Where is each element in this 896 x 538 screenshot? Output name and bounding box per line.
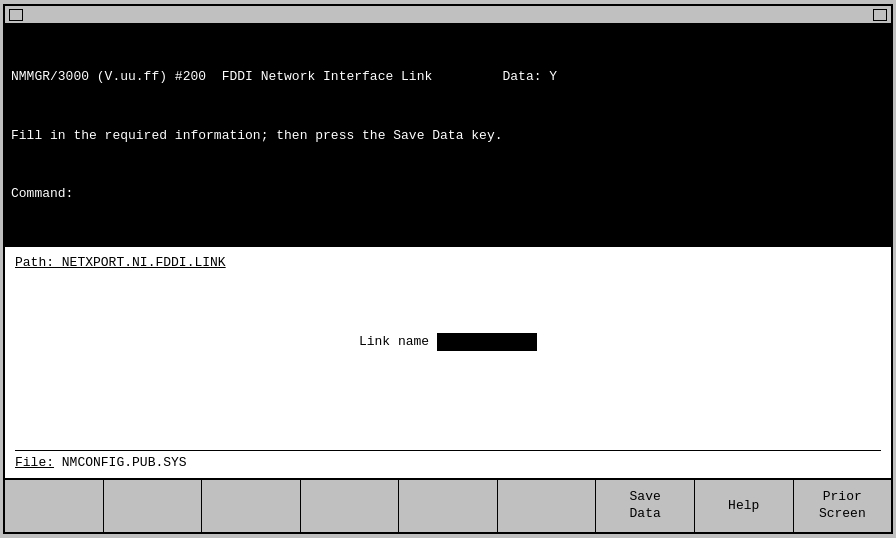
link-name-input[interactable] <box>437 333 537 351</box>
f5-button[interactable] <box>399 480 498 532</box>
header-line3: Command: <box>11 184 885 204</box>
prior-screen-button[interactable]: PriorScreen <box>794 480 892 532</box>
save-data-button[interactable]: SaveData <box>596 480 695 532</box>
header-bar: NMMGR/3000 (V.uu.ff) #200 FDDI Network I… <box>5 24 891 247</box>
link-name-label: Link name <box>359 334 429 349</box>
system-menu-button[interactable] <box>9 9 23 21</box>
file-line: File: NMCONFIG.PUB.SYS <box>15 450 881 470</box>
maximize-button[interactable] <box>873 9 887 21</box>
help-button[interactable]: Help <box>695 480 794 532</box>
f6-button[interactable] <box>498 480 597 532</box>
f3-button[interactable] <box>202 480 301 532</box>
file-value: NMCONFIG.PUB.SYS <box>54 455 187 470</box>
link-name-row: Link name <box>359 333 537 351</box>
header-line1: NMMGR/3000 (V.uu.ff) #200 FDDI Network I… <box>11 67 885 87</box>
bottom-bar: SaveData Help PriorScreen <box>5 478 891 532</box>
main-window: NMMGR/3000 (V.uu.ff) #200 FDDI Network I… <box>3 4 893 534</box>
form-area: Link name <box>15 234 881 451</box>
f2-button[interactable] <box>104 480 203 532</box>
file-label: File: <box>15 455 54 470</box>
header-line2: Fill in the required information; then p… <box>11 126 885 146</box>
title-bar <box>5 6 891 24</box>
title-bar-left <box>9 9 23 21</box>
content-area: Path: NETXPORT.NI.FDDI.LINK Link name Fi… <box>5 247 891 479</box>
f1-button[interactable] <box>5 480 104 532</box>
f4-button[interactable] <box>301 480 400 532</box>
